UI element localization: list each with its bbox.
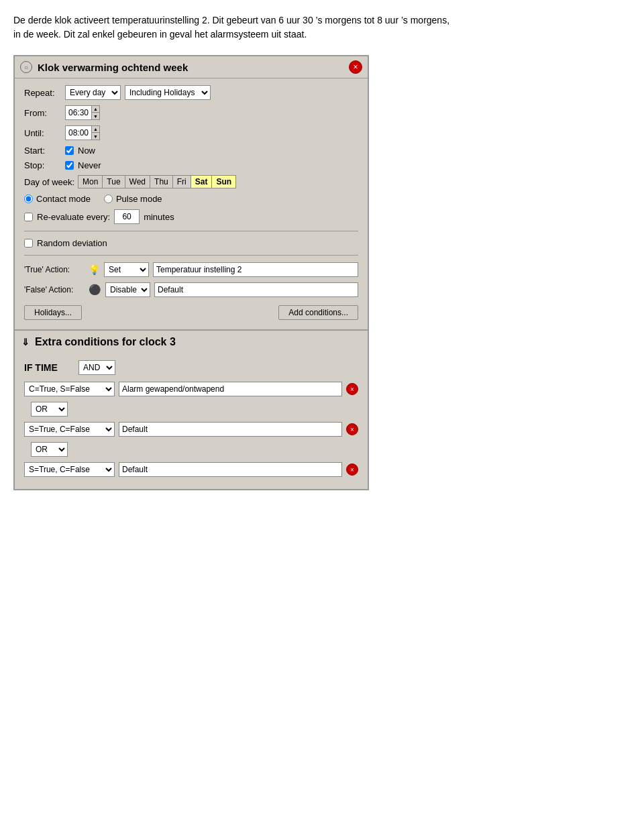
repeat-select[interactable]: Every day Weekdays Weekends Custom bbox=[65, 85, 121, 100]
start-row: Start: Now bbox=[24, 146, 358, 156]
condition-1-state-select[interactable]: C=True, S=False S=True, C=False C=True, … bbox=[24, 382, 115, 396]
day-of-week-label: Day of week: bbox=[24, 177, 78, 187]
stop-checkbox[interactable] bbox=[65, 161, 74, 170]
condition-2-text[interactable] bbox=[119, 422, 342, 437]
holidays-button[interactable]: Holidays... bbox=[24, 305, 82, 320]
condition-1-row: C=True, S=False S=True, C=False C=True, … bbox=[24, 382, 358, 396]
or-1-row: OR AND bbox=[31, 402, 358, 417]
false-action-text[interactable] bbox=[154, 282, 358, 297]
bottom-buttons: Holidays... Add conditions... bbox=[24, 305, 358, 320]
or-2-row: OR AND bbox=[31, 442, 358, 457]
contact-mode-label: Contact mode bbox=[36, 194, 91, 204]
close-button[interactable]: × bbox=[349, 60, 362, 74]
true-action-select[interactable]: Set Disable bbox=[104, 262, 149, 277]
day-of-week-row: Day of week: Mon Tue Wed Thu Fri Sat Sun bbox=[24, 175, 358, 188]
day-mon[interactable]: Mon bbox=[78, 175, 103, 188]
from-row: From: 06:30 ▲ ▼ bbox=[24, 105, 358, 120]
re-evaluate-checkbox[interactable] bbox=[24, 213, 33, 221]
title-icon: ○ bbox=[20, 61, 32, 73]
if-time-label: IF TIME bbox=[24, 362, 74, 373]
conditions-section-header: ⇓ Extra conditions for clock 3 bbox=[15, 329, 368, 353]
holidays-select[interactable]: Including Holidays Excluding Holidays bbox=[125, 85, 211, 100]
stop-label: Stop: bbox=[24, 160, 61, 170]
section-arrow: ⇓ bbox=[21, 337, 30, 347]
until-spinner[interactable]: 08:00 ▲ ▼ bbox=[65, 125, 100, 140]
intro-text: De derde klok activeert temperatuurinste… bbox=[13, 13, 631, 42]
if-time-row: IF TIME AND OR bbox=[24, 360, 358, 375]
false-action-label: 'False' Action: bbox=[24, 285, 85, 294]
condition-3-text[interactable] bbox=[119, 462, 342, 477]
true-action-label: 'True' Action: bbox=[24, 265, 85, 274]
true-action-text[interactable] bbox=[153, 262, 358, 277]
from-value: 06:30 bbox=[66, 108, 91, 117]
stop-text: Never bbox=[78, 160, 101, 170]
section-title: Extra conditions for clock 3 bbox=[35, 336, 176, 348]
add-conditions-button[interactable]: Add conditions... bbox=[278, 305, 358, 320]
from-up-btn[interactable]: ▲ bbox=[92, 106, 99, 113]
day-sun[interactable]: Sun bbox=[211, 175, 236, 188]
day-fri[interactable]: Fri bbox=[172, 175, 191, 188]
condition-2-state-select[interactable]: S=True, C=False C=True, S=False C=True, … bbox=[24, 422, 115, 437]
or-1-select[interactable]: OR AND bbox=[31, 402, 68, 417]
condition-1-delete-btn[interactable]: × bbox=[346, 383, 358, 395]
re-evaluate-input[interactable] bbox=[114, 209, 140, 224]
from-label: From: bbox=[24, 108, 61, 118]
conditions-body: IF TIME AND OR C=True, S=False S=True, C… bbox=[15, 353, 368, 489]
false-action-row: 'False' Action: ⚫ Disable Set bbox=[24, 282, 358, 297]
main-dialog: ○ Klok verwarming ochtend week × Repeat:… bbox=[13, 55, 369, 490]
pulse-mode-label: Pulse mode bbox=[116, 194, 162, 204]
random-deviation-label: Random deviation bbox=[37, 238, 107, 248]
random-deviation-row: Random deviation bbox=[24, 238, 358, 248]
mode-row: Contact mode Pulse mode bbox=[24, 194, 358, 204]
until-value: 08:00 bbox=[66, 128, 91, 138]
false-action-select[interactable]: Disable Set bbox=[105, 282, 150, 297]
day-tue[interactable]: Tue bbox=[102, 175, 125, 188]
condition-3-row: S=True, C=False C=True, S=False C=True, … bbox=[24, 462, 358, 477]
contact-mode-radio[interactable]: Contact mode bbox=[24, 194, 91, 204]
from-down-btn[interactable]: ▼ bbox=[92, 113, 99, 119]
title-bar: ○ Klok verwarming ochtend week × bbox=[15, 56, 368, 78]
repeat-label: Repeat: bbox=[24, 88, 61, 98]
day-wed[interactable]: Wed bbox=[125, 175, 150, 188]
true-action-row: 'True' Action: 💡 Set Disable bbox=[24, 262, 358, 277]
minutes-label: minutes bbox=[144, 212, 174, 222]
dialog-body: Repeat: Every day Weekdays Weekends Cust… bbox=[15, 78, 368, 329]
condition-3-state-select[interactable]: S=True, C=False C=True, S=False C=True, … bbox=[24, 462, 115, 477]
until-down-btn[interactable]: ▼ bbox=[92, 133, 99, 140]
until-row: Until: 08:00 ▲ ▼ bbox=[24, 125, 358, 140]
stop-row: Stop: Never bbox=[24, 160, 358, 170]
dialog-title: Klok verwarming ochtend week bbox=[38, 62, 343, 73]
condition-2-delete-btn[interactable]: × bbox=[346, 423, 358, 435]
false-action-icon: ⚫ bbox=[89, 284, 101, 296]
day-sat[interactable]: Sat bbox=[191, 175, 213, 188]
condition-2-row: S=True, C=False C=True, S=False C=True, … bbox=[24, 422, 358, 437]
until-up-btn[interactable]: ▲ bbox=[92, 126, 99, 133]
until-label: Until: bbox=[24, 128, 61, 138]
start-label: Start: bbox=[24, 146, 61, 156]
re-evaluate-label: Re-evaluate every: bbox=[37, 212, 110, 222]
start-text: Now bbox=[78, 146, 95, 156]
start-checkbox[interactable] bbox=[65, 146, 74, 155]
random-deviation-checkbox[interactable] bbox=[24, 239, 33, 248]
true-action-icon: 💡 bbox=[89, 264, 100, 275]
re-evaluate-row: Re-evaluate every: minutes bbox=[24, 209, 358, 224]
condition-3-delete-btn[interactable]: × bbox=[346, 463, 358, 476]
day-thu[interactable]: Thu bbox=[150, 175, 173, 188]
and-select[interactable]: AND OR bbox=[78, 360, 115, 375]
condition-1-text[interactable] bbox=[119, 382, 342, 396]
pulse-mode-radio[interactable]: Pulse mode bbox=[104, 194, 162, 204]
or-2-select[interactable]: OR AND bbox=[31, 442, 68, 457]
repeat-row: Repeat: Every day Weekdays Weekends Cust… bbox=[24, 85, 358, 100]
from-spinner[interactable]: 06:30 ▲ ▼ bbox=[65, 105, 100, 120]
